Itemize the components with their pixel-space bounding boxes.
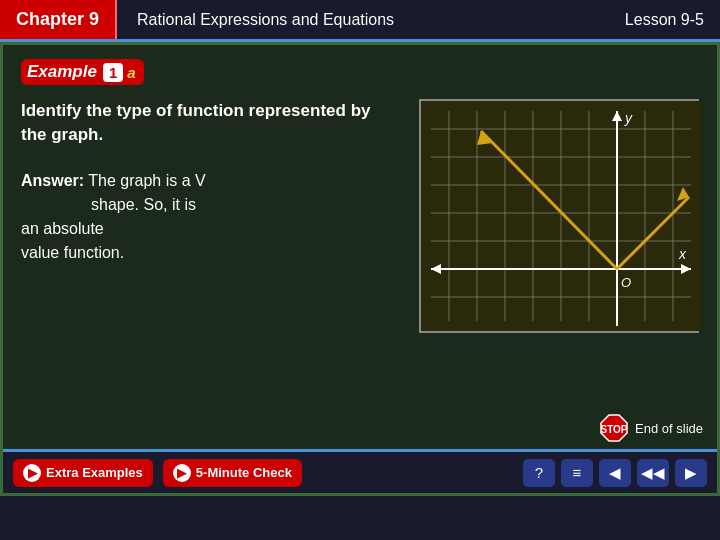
svg-text:STOP: STOP — [601, 424, 628, 435]
question-button[interactable]: ? — [523, 459, 555, 487]
end-of-slide: STOP End of slide — [599, 413, 703, 443]
example-badge: Example 1 a — [21, 59, 144, 85]
graph-svg: x y O — [421, 101, 701, 331]
extra-examples-icon: ▶ — [23, 464, 41, 482]
answer-label: Answer: — [21, 172, 84, 189]
main-content: Example 1 a Identify the type of functio… — [0, 42, 720, 496]
y-axis-label: y — [624, 110, 633, 126]
menu-button[interactable]: ≡ — [561, 459, 593, 487]
example-label: Example — [27, 62, 97, 82]
end-label: End of slide — [635, 421, 703, 436]
header: Chapter 9 Rational Expressions and Equat… — [0, 0, 720, 42]
five-minute-label: 5-Minute Check — [196, 465, 292, 480]
example-number: 1 — [103, 63, 123, 82]
prev-button[interactable]: ◀ — [599, 459, 631, 487]
stop-sign-icon: STOP — [599, 413, 629, 443]
next-button[interactable]: ▶ — [675, 459, 707, 487]
nav-buttons: ? ≡ ◀ ◀◀ ▶ — [523, 459, 707, 487]
graph-container: x y O — [419, 99, 699, 333]
lesson-label: Lesson 9-5 — [609, 11, 720, 29]
five-minute-check-button[interactable]: ▶ 5-Minute Check — [163, 459, 302, 487]
content-row: Identify the type of function represente… — [21, 99, 699, 333]
question-text: Identify the type of function represente… — [21, 99, 399, 147]
x-axis-label: x — [678, 246, 687, 262]
back-button[interactable]: ◀◀ — [637, 459, 669, 487]
five-minute-icon: ▶ — [173, 464, 191, 482]
example-sub: a — [127, 64, 135, 81]
text-block: Identify the type of function represente… — [21, 99, 399, 265]
toolbar: ▶ Extra Examples ▶ 5-Minute Check ? ≡ ◀ … — [3, 449, 717, 493]
header-title: Rational Expressions and Equations — [117, 11, 609, 29]
chapter-label: Chapter 9 — [0, 0, 117, 39]
origin-label: O — [621, 275, 631, 290]
answer-text: Answer: The graph is a V shape. So, it i… — [21, 169, 399, 265]
extra-examples-button[interactable]: ▶ Extra Examples — [13, 459, 153, 487]
extra-examples-label: Extra Examples — [46, 465, 143, 480]
answer-detail: shape. So, it isan absolutevalue functio… — [21, 196, 196, 261]
